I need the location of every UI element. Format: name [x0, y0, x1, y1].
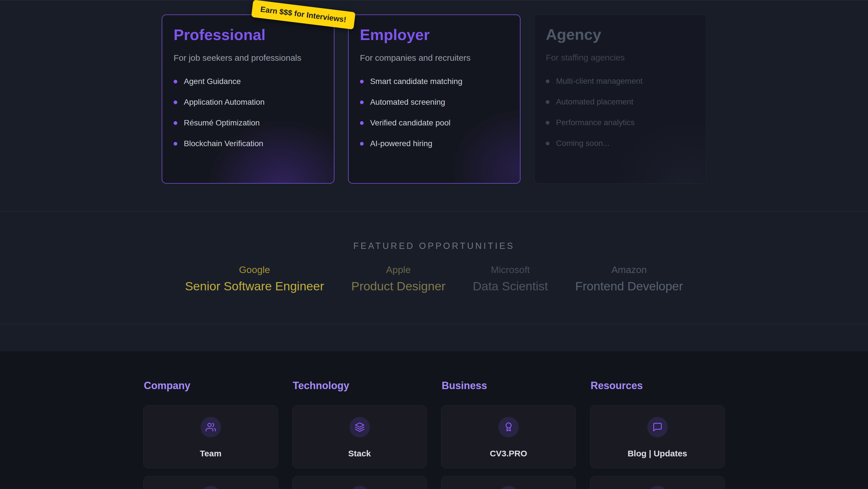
footer-column-heading: Resources [591, 380, 725, 392]
footer-card-team[interactable]: Team [143, 405, 278, 468]
bullet-dot-icon [174, 80, 177, 83]
icon-circle [349, 417, 370, 437]
plan-feature-label: Automated screening [370, 97, 445, 107]
plan-feature-label: Agent Guidance [184, 77, 241, 86]
plan-feature: Multi-client management [546, 77, 695, 85]
plan-feature-label: Multi-client management [556, 77, 643, 86]
chat-bubble-icon [652, 422, 663, 432]
award-icon [503, 422, 514, 432]
bullet-dot-icon [546, 80, 550, 83]
bullet-dot-icon [360, 142, 364, 146]
bullet-dot-icon [360, 121, 364, 125]
footer-card-partial[interactable] [143, 476, 278, 489]
users-icon [206, 422, 216, 432]
icon-circle [498, 417, 519, 437]
footer-card-blog-updates[interactable]: Blog | Updates [590, 405, 725, 468]
icon-circle [349, 486, 370, 489]
plan-feature-list: Agent Guidance Application Automation Ré… [174, 78, 322, 148]
job-item-google[interactable]: Google Senior Software Engineer [185, 264, 324, 293]
job-item-apple[interactable]: Apple Product Designer [351, 264, 445, 293]
job-company: Microsoft [472, 264, 548, 275]
plan-card-employer[interactable]: Employer For companies and recruiters Sm… [348, 15, 521, 183]
plan-card-agency: Agency For staffing agencies Multi-clien… [534, 15, 706, 183]
footer-column-heading: Company [144, 380, 278, 392]
featured-jobs-row: Google Senior Software Engineer Apple Pr… [0, 264, 868, 293]
footer-column-technology: Technology Stack [292, 380, 427, 489]
bullet-dot-icon [174, 142, 177, 146]
footer-card-partial[interactable] [292, 476, 427, 489]
plan-subtitle: For staffing agencies [546, 53, 695, 62]
plan-feature-label: Coming soon... [556, 139, 609, 148]
plan-feature: AI-powered hiring [360, 140, 509, 148]
bullet-dot-icon [546, 142, 550, 145]
icon-circle [498, 486, 519, 489]
job-item-microsoft[interactable]: Microsoft Data Scientist [472, 264, 548, 293]
footer-column-business: Business CV3.PRO [441, 380, 576, 489]
plan-feature: Smart candidate matching [360, 78, 509, 85]
plan-feature-label: Résumé Optimization [184, 118, 260, 127]
plan-title: Employer [360, 26, 509, 44]
bullet-dot-icon [174, 100, 177, 104]
layers-icon [354, 422, 365, 432]
job-title: Frontend Developer [575, 279, 683, 293]
icon-circle [647, 417, 668, 437]
featured-heading: FEATURED OPPORTUNITIES [0, 241, 868, 251]
spacer-strip [0, 324, 868, 351]
plan-feature-label: Smart candidate matching [370, 77, 462, 86]
plan-feature-label: Application Automation [184, 97, 265, 107]
job-title: Senior Software Engineer [185, 279, 324, 293]
plans-section: Earn $$$ for Interviews! Professional Fo… [0, 0, 868, 211]
footer-column-heading: Technology [293, 380, 427, 392]
bullet-dot-icon [360, 100, 364, 104]
footer-card-label: Blog | Updates [627, 449, 687, 458]
plans-row: Earn $$$ for Interviews! Professional Fo… [162, 15, 706, 183]
job-title: Product Designer [351, 279, 445, 293]
icon-circle [200, 486, 221, 489]
footer-card-stack[interactable]: Stack [292, 405, 427, 468]
plan-feature: Verified candidate pool [360, 119, 509, 127]
plan-feature: Automated screening [360, 98, 509, 106]
plan-feature: Performance analytics [546, 119, 695, 126]
plan-feature-label: Blockchain Verification [184, 139, 263, 148]
plan-feature-list: Multi-client management Automated placem… [546, 77, 695, 147]
plan-feature: Agent Guidance [174, 78, 322, 85]
plan-subtitle: For job seekers and professionals [174, 53, 322, 63]
footer-card-label: Team [200, 449, 221, 458]
plan-title: Professional [174, 26, 322, 44]
job-item-amazon[interactable]: Amazon Frontend Developer [575, 264, 683, 293]
promo-badge: Earn $$$ for Interviews! [251, 0, 355, 30]
plan-feature: Coming soon... [546, 139, 695, 147]
plan-card-professional[interactable]: Earn $$$ for Interviews! Professional Fo… [162, 15, 335, 183]
footer-card-label: CV3.PRO [490, 449, 527, 458]
plan-feature-label: Verified candidate pool [370, 118, 451, 127]
plan-feature: Application Automation [174, 98, 322, 106]
icon-circle [200, 417, 221, 437]
plan-feature-list: Smart candidate matching Automated scree… [360, 78, 509, 148]
job-company: Apple [351, 264, 445, 275]
bullet-dot-icon [546, 121, 550, 124]
job-company: Google [185, 264, 324, 275]
plan-feature: Résumé Optimization [174, 119, 322, 127]
footer-grid: Company Team Technology [143, 380, 725, 489]
plan-feature-label: AI-powered hiring [370, 139, 432, 148]
job-title: Data Scientist [472, 279, 548, 293]
plan-feature: Blockchain Verification [174, 140, 322, 148]
icon-circle [647, 486, 668, 489]
footer-card-partial[interactable] [441, 476, 576, 489]
footer-card-partial[interactable] [590, 476, 725, 489]
footer: Company Team Technology [0, 351, 868, 489]
plan-title: Agency [546, 26, 695, 43]
bullet-dot-icon [546, 100, 550, 104]
plan-feature-label: Automated placement [556, 97, 633, 107]
bullet-dot-icon [360, 80, 364, 83]
plan-feature-label: Performance analytics [556, 118, 634, 127]
plan-subtitle: For companies and recruiters [360, 53, 509, 63]
footer-column-company: Company Team [143, 380, 278, 489]
footer-card-label: Stack [348, 449, 371, 458]
job-company: Amazon [575, 264, 683, 275]
footer-card-cv3pro[interactable]: CV3.PRO [441, 405, 576, 468]
footer-column-heading: Business [442, 380, 576, 392]
footer-column-resources: Resources Blog | Updates [590, 380, 725, 489]
bullet-dot-icon [174, 121, 177, 125]
featured-opportunities-section: FEATURED OPPORTUNITIES Google Senior Sof… [0, 211, 868, 324]
